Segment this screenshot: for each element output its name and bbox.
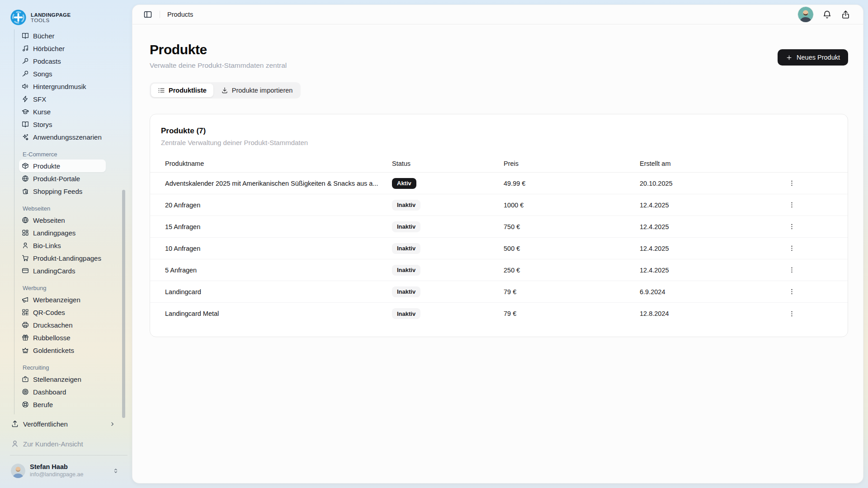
sidebar-nav: Bücher Hörbücher Podcasts Songs Hintergr… <box>0 26 132 411</box>
globe-icon <box>22 175 29 182</box>
sidebar-item-landingcards[interactable]: LandingCards <box>19 264 106 277</box>
status-badge: Inaktiv <box>392 200 420 211</box>
list-icon <box>158 87 165 94</box>
table-row[interactable]: 15 Anfragen Inaktiv 750 € 12.4.2025 <box>150 216 848 238</box>
table-row[interactable]: 5 Anfragen Inaktiv 250 € 12.4.2025 <box>150 259 848 281</box>
more-vertical-icon <box>788 244 796 252</box>
row-actions-button[interactable] <box>786 199 797 211</box>
sidebar-item-bio-links[interactable]: Bio-Links <box>19 239 106 252</box>
user-menu[interactable]: Stefan Haab info@landingpage.ae <box>6 462 119 480</box>
tab-produktliste[interactable]: Produktliste <box>151 84 213 97</box>
sidebar-item-werbeanzeigen[interactable]: Werbeanzeigen <box>19 293 106 306</box>
row-actions-button[interactable] <box>786 286 797 298</box>
panel-subtitle: Zentrale Verwaltung deiner Produkt-Stamm… <box>161 138 837 147</box>
new-product-button[interactable]: Neues Produkt <box>778 49 848 66</box>
table-row[interactable]: 10 Anfragen Inaktiv 500 € 12.4.2025 <box>150 238 848 259</box>
row-actions-button[interactable] <box>786 308 797 319</box>
brand-name-line2: TOOLS <box>31 18 71 23</box>
upload-icon <box>11 420 19 428</box>
sidebar: LANDINGPAGE TOOLS Bücher Hörbücher Podca… <box>0 0 132 488</box>
table-header-row: Produktname Status Preis Erstellt am <box>150 155 848 173</box>
sidebar-item-hoerbuecher[interactable]: Hörbücher <box>19 42 106 55</box>
view-tabs: Produktliste Produkte importieren <box>150 82 301 99</box>
column-header-status: Status <box>392 160 504 167</box>
sidebar-item-produkt-portale[interactable]: Produkt-Portale <box>19 172 106 185</box>
credit-card-icon <box>22 267 29 274</box>
lifebuoy-icon <box>22 401 29 408</box>
shopping-cart-icon <box>22 254 29 262</box>
notifications-button[interactable] <box>822 10 832 19</box>
sidebar-item-storys[interactable]: Storys <box>19 118 106 131</box>
sidebar-item-buecher[interactable]: Bücher <box>19 29 106 42</box>
topbar-divider <box>160 11 160 18</box>
share-button[interactable] <box>841 10 850 19</box>
sidebar-item-shopping-feeds[interactable]: Shopping Feeds <box>19 185 106 197</box>
column-header-erstellt-am: Erstellt am <box>640 160 786 167</box>
table-row[interactable]: Adventskalender 2025 mit Amerikanischen … <box>150 173 848 194</box>
sidebar-item-hintergrundmusik[interactable]: Hintergrundmusik <box>19 80 106 93</box>
printer-icon <box>22 321 29 328</box>
row-actions-button[interactable] <box>786 178 797 189</box>
table-row[interactable]: Landingcard Metal Inaktiv 79 € 12.8.2024 <box>150 303 848 324</box>
status-badge: Aktiv <box>392 178 416 189</box>
sidebar-item-produkte[interactable]: Produkte <box>19 160 106 172</box>
panel-left-icon <box>143 10 152 19</box>
main-content: Products Produkte Verwalte deine Produkt… <box>132 5 863 483</box>
brand-name-line1: LANDINGPAGE <box>31 12 71 18</box>
microphone-icon <box>22 57 29 65</box>
sidebar-item-podcasts[interactable]: Podcasts <box>19 55 106 67</box>
brand-logo[interactable]: LANDINGPAGE TOOLS <box>10 9 71 26</box>
status-badge: Inaktiv <box>392 243 420 254</box>
sidebar-item-stellenanzeigen[interactable]: Stellenanzeigen <box>19 373 106 385</box>
sidebar-item-kunden-ansicht[interactable]: Zur Kunden-Ansicht <box>6 437 118 450</box>
crown-icon <box>22 347 29 354</box>
sidebar-item-produkt-landingpages[interactable]: Produkt-Landingpages <box>19 252 106 264</box>
more-vertical-icon <box>788 288 796 296</box>
account-avatar[interactable] <box>798 7 813 22</box>
row-actions-button[interactable] <box>786 221 797 233</box>
sidebar-toggle-button[interactable] <box>143 10 152 19</box>
qr-code-icon <box>22 309 29 316</box>
user-icon <box>11 440 19 448</box>
sidebar-scrollbar[interactable] <box>122 190 125 418</box>
chevrons-up-down-icon <box>112 467 119 474</box>
tab-produkte-importieren[interactable]: Produkte importieren <box>214 84 300 97</box>
table-row[interactable]: 20 Anfragen Inaktiv 1000 € 12.4.2025 <box>150 194 848 216</box>
row-actions-button[interactable] <box>786 243 797 254</box>
sidebar-section-webseiten: Webseiten <box>23 205 132 212</box>
status-badge: Inaktiv <box>392 286 420 297</box>
user-name: Stefan Haab <box>30 463 83 471</box>
microphone-icon <box>22 70 29 77</box>
layout-grid-icon <box>22 229 29 236</box>
sidebar-section-ecommerce: E-Commerce <box>23 151 132 158</box>
sidebar-item-rubbellosse[interactable]: Rubbellosse <box>19 331 106 344</box>
status-badge: Inaktiv <box>392 308 420 319</box>
user-icon <box>22 242 29 249</box>
column-header-preis: Preis <box>504 160 640 167</box>
share-icon <box>841 10 850 19</box>
status-badge: Inaktiv <box>392 265 420 276</box>
topbar: Products <box>132 5 863 24</box>
book-open-icon <box>22 32 29 39</box>
sidebar-item-qr-codes[interactable]: QR-Codes <box>19 306 106 319</box>
app-root: { "brand": { "line1": "LANDINGPAGE", "li… <box>0 0 868 488</box>
sidebar-item-drucksachen[interactable]: Drucksachen <box>19 319 106 331</box>
sidebar-item-berufe[interactable]: Berufe <box>19 398 106 411</box>
more-vertical-icon <box>788 310 796 318</box>
sidebar-item-veroeffentlichen[interactable]: Veröffentlichen <box>6 418 118 430</box>
user-email: info@landingpage.ae <box>30 471 83 479</box>
sidebar-item-goldentickets[interactable]: Goldentickets <box>19 344 106 357</box>
speaker-icon <box>22 83 29 90</box>
sidebar-item-sfx[interactable]: SFX <box>19 93 106 105</box>
sidebar-item-landingpages[interactable]: Landingpages <box>19 226 106 239</box>
lightning-icon <box>22 95 29 103</box>
table-row[interactable]: Landingcard Inaktiv 79 € 6.9.2024 <box>150 281 848 303</box>
sidebar-item-anwendungsszenarien[interactable]: Anwendungsszenarien <box>19 131 106 143</box>
sidebar-item-webseiten[interactable]: Webseiten <box>19 214 106 226</box>
sidebar-item-songs[interactable]: Songs <box>19 67 106 80</box>
row-actions-button[interactable] <box>786 264 797 276</box>
breadcrumb: Products <box>167 11 193 18</box>
sidebar-item-dashboard[interactable]: Dashboard <box>19 385 106 398</box>
sidebar-item-kurse[interactable]: Kurse <box>19 105 106 118</box>
more-vertical-icon <box>788 201 796 209</box>
